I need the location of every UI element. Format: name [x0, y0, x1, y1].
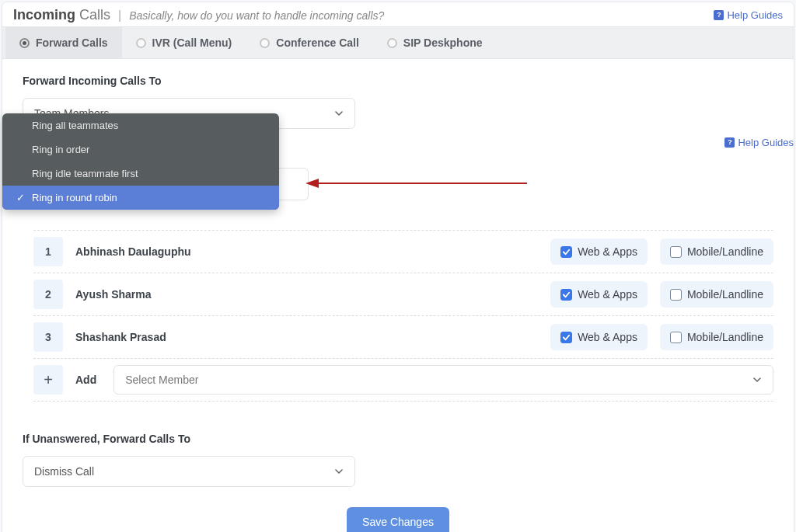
- add-member-button[interactable]: +: [33, 365, 63, 395]
- help-guides-label: Help Guides: [727, 9, 783, 21]
- chip-label: Mobile/Landline: [687, 331, 763, 343]
- checkbox-icon: [560, 289, 572, 301]
- tab-forward-calls[interactable]: Forward Calls: [5, 27, 122, 58]
- forward-to-label: Forward Incoming Calls To: [23, 75, 773, 87]
- ring-option-label: Ring idle teammate first: [32, 168, 138, 179]
- member-name: Ayush Sharma: [75, 288, 538, 301]
- mobile-landline-toggle[interactable]: Mobile/Landline: [660, 238, 773, 265]
- help-icon: ?: [714, 10, 724, 20]
- ring-option-round-robin[interactable]: ✓ Ring in round robin: [2, 186, 279, 210]
- checkbox-icon: [560, 332, 572, 343]
- member-number: 3: [33, 322, 63, 352]
- web-apps-toggle[interactable]: Web & Apps: [550, 324, 648, 350]
- ring-option-label: Ring in order: [32, 144, 89, 155]
- checkbox-icon: [560, 246, 572, 258]
- tab-sip-deskphone[interactable]: SIP Deskphone: [373, 27, 497, 58]
- annotation-arrow: [302, 176, 535, 191]
- team-members-list: 1 Abhinash Daulaguphu Web & Apps Mobile/…: [23, 230, 773, 402]
- help-icon: ?: [724, 137, 735, 148]
- check-icon: ✓: [16, 192, 29, 203]
- tab-ivr[interactable]: IVR (Call Menu): [122, 27, 246, 58]
- tab-label: IVR (Call Menu): [152, 37, 232, 49]
- tab-label: Conference Call: [276, 37, 359, 49]
- help-guides-label: Help Guides: [738, 137, 794, 148]
- web-apps-toggle[interactable]: Web & Apps: [550, 281, 648, 308]
- page-title: Incoming Calls: [13, 7, 110, 23]
- mobile-landline-toggle[interactable]: Mobile/Landline: [660, 324, 773, 350]
- chevron-down-icon: [752, 375, 762, 384]
- ring-option-idle[interactable]: ✓ Ring idle teammate first: [2, 162, 279, 186]
- select-member-dropdown[interactable]: Select Member: [113, 365, 773, 395]
- help-guides-link[interactable]: ? Help Guides: [714, 9, 783, 21]
- member-name: Shashank Prasad: [75, 331, 538, 343]
- checkbox-icon: [670, 246, 682, 258]
- checkbox-icon: [670, 289, 682, 301]
- chip-label: Web & Apps: [578, 288, 637, 301]
- unanswered-select[interactable]: Dismiss Call: [23, 456, 355, 487]
- web-apps-toggle[interactable]: Web & Apps: [550, 238, 648, 265]
- unanswered-value: Dismiss Call: [34, 465, 94, 478]
- member-number: 1: [33, 237, 63, 266]
- member-name: Abhinash Daulaguphu: [75, 245, 538, 258]
- chevron-down-icon: [334, 109, 344, 118]
- chevron-down-icon: [334, 467, 344, 476]
- unanswered-label: If Unanswered, Forward Calls To: [23, 433, 773, 445]
- mobile-landline-toggle[interactable]: Mobile/Landline: [660, 281, 773, 308]
- select-member-placeholder: Select Member: [125, 374, 198, 386]
- member-row: 1 Abhinash Daulaguphu Web & Apps Mobile/…: [33, 230, 773, 273]
- tab-label: SIP Deskphone: [403, 37, 483, 49]
- checkbox-icon: [670, 332, 682, 343]
- help-guides-link-2[interactable]: ? Help Guides: [724, 137, 794, 148]
- member-row: 3 Shashank Prasad Web & Apps Mobile/Land…: [33, 315, 773, 358]
- radio-icon: [387, 38, 397, 48]
- ring-option-label: Ring in round robin: [32, 192, 117, 203]
- chip-label: Mobile/Landline: [687, 288, 763, 301]
- save-changes-button[interactable]: Save Changes: [347, 507, 449, 532]
- member-number: 2: [33, 280, 63, 309]
- ring-option-all[interactable]: ✓ Ring all teammates: [2, 113, 279, 137]
- title-separator: |: [118, 9, 121, 23]
- tabs-bar: Forward Calls IVR (Call Menu) Conference…: [2, 26, 794, 59]
- add-member-row: + Add Select Member: [33, 358, 773, 402]
- radio-icon: [260, 38, 270, 48]
- chip-label: Mobile/Landline: [687, 245, 763, 258]
- chip-label: Web & Apps: [578, 331, 637, 343]
- svg-marker-1: [305, 179, 319, 188]
- tab-label: Forward Calls: [36, 37, 108, 49]
- radio-icon: [136, 38, 146, 48]
- tab-conference-call[interactable]: Conference Call: [246, 27, 373, 58]
- chip-label: Web & Apps: [578, 245, 637, 258]
- add-label: Add: [75, 374, 96, 386]
- member-row: 2 Ayush Sharma Web & Apps Mobile/Landlin…: [33, 273, 773, 315]
- page-subtitle: Basically, how do you want to handle inc…: [129, 9, 384, 22]
- ring-option-order[interactable]: ✓ Ring in order: [2, 137, 279, 162]
- radio-icon: [19, 38, 30, 48]
- ring-option-label: Ring all teammates: [32, 120, 118, 131]
- ring-mode-dropdown: ✓ Ring all teammates ✓ Ring in order ✓ R…: [2, 113, 279, 210]
